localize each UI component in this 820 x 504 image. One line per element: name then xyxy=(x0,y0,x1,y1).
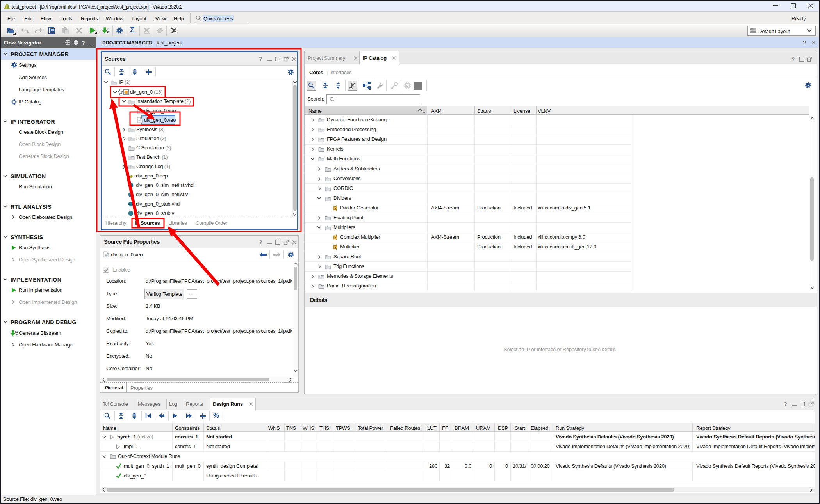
svg-text:01: 01 xyxy=(15,330,18,333)
svg-text:01: 01 xyxy=(107,28,110,30)
svg-text:10: 10 xyxy=(15,333,18,336)
svg-text:10: 10 xyxy=(107,30,110,33)
